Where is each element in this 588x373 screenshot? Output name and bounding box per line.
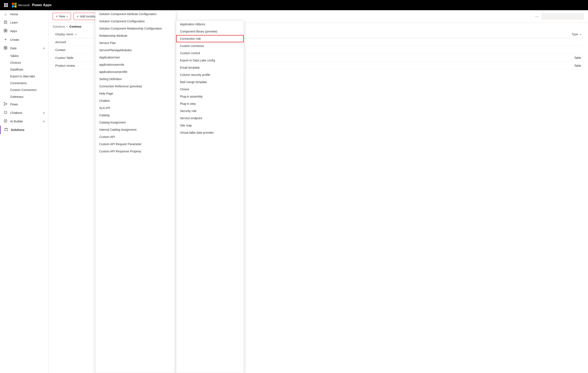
right-dropdown-item[interactable]: Virtual talbe data provider bbox=[176, 129, 244, 136]
svg-rect-5 bbox=[7, 5, 8, 6]
svg-point-21 bbox=[6, 104, 7, 104]
right-dropdown-item[interactable]: Export to Data Lake config bbox=[176, 57, 244, 64]
left-dropdown-item[interactable]: Custom API bbox=[95, 133, 176, 140]
right-dropdown-item[interactable]: Plug-in step bbox=[176, 100, 244, 107]
sidebar-item-data[interactable]: Data ∧ bbox=[0, 44, 48, 53]
sidebar-item-flows[interactable]: Flows bbox=[0, 100, 48, 109]
right-dropdown-item[interactable]: Custom connector bbox=[176, 42, 244, 50]
apps-icon bbox=[3, 29, 8, 33]
flows-icon bbox=[3, 102, 8, 107]
left-dropdown-item[interactable]: Setting Definition bbox=[95, 75, 176, 83]
svg-rect-17 bbox=[6, 46, 7, 48]
right-dropdown-item[interactable]: Column security profile bbox=[176, 71, 244, 78]
sidebar-sub-gateways[interactable]: Gateways bbox=[0, 93, 48, 100]
left-dropdown-item[interactable]: Service Plan bbox=[95, 39, 176, 47]
search-bar[interactable] bbox=[541, 13, 584, 20]
sidebar-sub-choices-label: Choices bbox=[10, 61, 21, 64]
left-dropdown-item[interactable]: Internal Catalog Assignment bbox=[95, 126, 176, 133]
sidebar-item-create-label: Create bbox=[10, 38, 19, 42]
sidebar-sub-tables-label: Tables bbox=[10, 54, 19, 58]
microsoft-label: Microsoft bbox=[18, 4, 30, 7]
svg-rect-4 bbox=[6, 5, 7, 6]
svg-rect-29 bbox=[5, 128, 8, 131]
sidebar-sub-choices[interactable]: Choices bbox=[0, 59, 48, 66]
add-icon: + bbox=[77, 14, 79, 18]
sidebar-sub-dataflows[interactable]: Dataflows bbox=[0, 66, 48, 73]
left-dropdown-item[interactable]: applicationuserrole bbox=[95, 61, 176, 68]
col-header-type[interactable]: Type ∨ bbox=[393, 30, 584, 38]
home-icon: ⌂ bbox=[3, 12, 8, 16]
sidebar: ⌂ Home Learn Apps + bbox=[0, 10, 48, 373]
sidebar-item-learn[interactable]: Learn bbox=[0, 18, 48, 27]
breadcrumb-parent[interactable]: Solutions bbox=[53, 25, 65, 28]
sidebar-item-flows-label: Flows bbox=[10, 103, 18, 106]
left-dropdown-item[interactable]: Custom API Request Parameter bbox=[95, 140, 176, 148]
right-dropdown-item[interactable]: Service endpoint bbox=[176, 115, 244, 122]
data-icon bbox=[3, 46, 8, 50]
microsoft-logo: Microsoft bbox=[12, 3, 30, 7]
sidebar-sub-gateways-label: Gateways bbox=[10, 95, 23, 98]
left-dropdown-item[interactable]: Solution Component Attribute Configurati… bbox=[95, 11, 176, 18]
right-dropdown-item[interactable]: Application ribbons bbox=[176, 21, 244, 28]
sidebar-item-data-label: Data bbox=[10, 47, 17, 50]
svg-rect-0 bbox=[4, 3, 5, 4]
left-dropdown-item[interactable]: Catalog bbox=[95, 112, 176, 119]
sidebar-sub-connections[interactable]: Connections bbox=[0, 80, 48, 86]
svg-rect-14 bbox=[4, 31, 5, 32]
right-dropdown-item[interactable]: Connection role bbox=[176, 35, 244, 42]
sidebar-item-learn-label: Learn bbox=[10, 21, 18, 24]
svg-line-24 bbox=[5, 104, 6, 105]
row-type: Table bbox=[393, 62, 584, 70]
sidebar-sub-connections-label: Connections bbox=[10, 81, 27, 85]
solutions-icon bbox=[4, 128, 8, 132]
sidebar-sub-custom-connectors[interactable]: Custom Connectors bbox=[0, 86, 48, 93]
ellipsis-button[interactable]: ··· bbox=[535, 14, 539, 19]
waffle-icon[interactable] bbox=[2, 2, 9, 9]
sidebar-item-ai-builder-label: AI Builder bbox=[10, 120, 23, 123]
sidebar-item-ai-builder[interactable]: AI Builder ∨ bbox=[0, 117, 48, 126]
right-dropdown-item[interactable]: Security role bbox=[176, 107, 244, 115]
right-dropdown-item[interactable]: Email template bbox=[176, 64, 244, 71]
sidebar-sub-dataflows-label: Dataflows bbox=[10, 68, 23, 71]
left-dropdown-item[interactable]: Relationship Attribute bbox=[95, 32, 176, 39]
app-name-label: Power Apps bbox=[32, 3, 52, 7]
create-icon: + bbox=[3, 37, 8, 42]
left-dropdown-item[interactable]: Custom API Response Property bbox=[95, 148, 176, 155]
left-dropdown-item[interactable]: SLA KPI bbox=[95, 104, 176, 112]
sidebar-item-solutions[interactable]: Solutions bbox=[0, 126, 48, 134]
svg-rect-7 bbox=[6, 6, 7, 7]
sidebar-sub-export[interactable]: Export to data lake bbox=[0, 73, 48, 80]
sidebar-sub-tables[interactable]: Tables bbox=[0, 53, 48, 59]
svg-rect-25 bbox=[4, 111, 7, 113]
left-dropdown-item[interactable]: Chatbot bbox=[95, 97, 176, 104]
right-dropdown-item[interactable]: Custom control bbox=[176, 50, 244, 57]
ai-builder-chevron-icon: ∨ bbox=[43, 120, 45, 123]
left-dropdown-item[interactable]: applicationuserprofile bbox=[95, 68, 176, 75]
new-button[interactable]: + New ∨ bbox=[53, 13, 71, 20]
sidebar-item-chatbots[interactable]: Chatbots ∨ bbox=[0, 109, 48, 117]
svg-rect-19 bbox=[6, 48, 7, 49]
svg-rect-8 bbox=[7, 6, 8, 7]
right-dropdown-item[interactable]: Plug-in assembly bbox=[176, 93, 244, 100]
ai-builder-icon bbox=[3, 119, 8, 124]
right-dropdown-item[interactable]: Site map bbox=[176, 122, 244, 129]
left-dropdown-item[interactable]: Solution Component Relationship Configur… bbox=[95, 25, 176, 32]
svg-rect-2 bbox=[7, 3, 8, 4]
svg-rect-3 bbox=[4, 5, 5, 6]
left-dropdown-item[interactable]: Solution Component Configuration bbox=[95, 18, 176, 25]
left-dropdown-item[interactable]: ServicePlanAppModules bbox=[95, 47, 176, 54]
left-dropdown-item[interactable]: Catalog Assignment bbox=[95, 119, 176, 126]
svg-rect-16 bbox=[4, 46, 5, 48]
right-dropdown-item[interactable]: Component library (preview) bbox=[176, 28, 244, 35]
sidebar-item-home[interactable]: ⌂ Home bbox=[0, 10, 48, 18]
left-dropdown-item[interactable]: ApplicationUser bbox=[95, 54, 176, 61]
right-dropdown-item[interactable]: Choice bbox=[176, 86, 244, 93]
sidebar-item-apps-label: Apps bbox=[10, 29, 17, 33]
data-chevron-icon: ∧ bbox=[43, 47, 45, 50]
add-existing-dropdown-left: Solution Component Attribute Configurati… bbox=[95, 10, 176, 373]
left-dropdown-item[interactable]: Connection Reference (preview) bbox=[95, 83, 176, 90]
sidebar-item-create[interactable]: + Create bbox=[0, 35, 48, 44]
left-dropdown-item[interactable]: Help Page bbox=[95, 90, 176, 97]
sidebar-item-apps[interactable]: Apps bbox=[0, 27, 48, 35]
right-dropdown-item[interactable]: Mail merge template bbox=[176, 78, 244, 86]
